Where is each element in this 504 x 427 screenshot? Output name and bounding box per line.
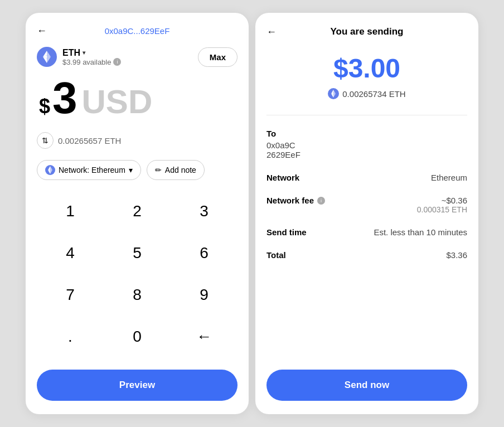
eth-amount-text: 0.00265657 ETH xyxy=(58,136,121,145)
network-fee-usd: ~$0.36 xyxy=(417,196,467,205)
to-address-line1: 0x0a9C xyxy=(266,140,467,150)
send-amount-screen: ← 0x0a9C...629EeF ETH xyxy=(26,13,249,414)
network-eth-icon xyxy=(45,165,55,175)
total-value: $3.36 xyxy=(446,250,467,260)
fee-info-icon[interactable]: i xyxy=(317,197,325,205)
network-detail-label: Network xyxy=(266,173,299,182)
network-fee-eth: 0.000315 ETH xyxy=(417,205,467,214)
key-6[interactable]: 6 xyxy=(171,235,238,271)
max-button[interactable]: Max xyxy=(198,47,238,67)
dollar-sign: $ xyxy=(39,95,50,118)
key-dot[interactable]: . xyxy=(37,319,104,355)
to-label: To xyxy=(266,129,467,138)
token-chevron-icon: ▾ xyxy=(83,50,85,56)
key-1[interactable]: 1 xyxy=(37,193,104,229)
key-9[interactable]: 9 xyxy=(171,277,238,313)
amount-main: $ 3 USD xyxy=(39,76,235,121)
key-8[interactable]: 8 xyxy=(104,277,171,313)
key-0[interactable]: 0 xyxy=(104,319,171,355)
swap-icon[interactable]: ⇅ xyxy=(37,132,54,149)
send-time-row: Send time Est. less than 10 minutes xyxy=(266,227,467,237)
network-label: Network: Ethereum xyxy=(59,166,125,174)
screen1-header: ← 0x0a9C...629EeF xyxy=(37,26,238,36)
total-row: Total $3.36 xyxy=(266,250,467,260)
available-info-icon[interactable]: i xyxy=(113,58,121,66)
amount-display: $ 3 USD xyxy=(37,76,238,121)
detail-rows: To 0x0a9C 2629EeF Network Ethereum Netwo… xyxy=(266,129,467,370)
amount-number: 3 xyxy=(52,76,77,120)
to-address-line2: 2629EeF xyxy=(266,150,467,159)
eth-amount-row: ⇅ 0.00265657 ETH xyxy=(37,132,238,149)
send-time-value: Est. less than 10 minutes xyxy=(374,227,467,237)
network-detail-value: Ethereum xyxy=(431,173,467,182)
network-fee-row: Network fee i ~$0.36 0.000315 ETH xyxy=(266,196,467,214)
send-amount-eth: 0.00265734 ETH xyxy=(266,88,467,99)
add-note-button[interactable]: ✏ Add note xyxy=(147,160,205,180)
key-4[interactable]: 4 xyxy=(37,235,104,271)
network-fee-values: ~$0.36 0.000315 ETH xyxy=(417,196,467,214)
token-label: ETH ▾ $3.99 available i xyxy=(62,48,121,66)
amount-currency: USD xyxy=(82,83,153,121)
preview-button[interactable]: Preview xyxy=(37,370,238,401)
eth-icon-confirm xyxy=(328,88,339,99)
address-label[interactable]: 0x0a9C...629EeF xyxy=(105,26,170,36)
divider xyxy=(266,115,467,115)
token-available: $3.99 available i xyxy=(62,58,121,66)
token-name[interactable]: ETH ▾ xyxy=(62,48,121,58)
send-amount-usd: $3.00 xyxy=(266,53,467,84)
action-row: Network: Ethereum ▾ ✏ Add note xyxy=(37,160,238,180)
key-backspace[interactable]: ← xyxy=(171,319,238,355)
confirm-send-screen: ← You are sending $3.00 0.00265734 ETH xyxy=(255,13,478,414)
total-label: Total xyxy=(266,250,286,260)
keypad: 1 2 3 4 5 6 7 8 9 . 0 ← xyxy=(37,193,238,361)
send-amount-section: $3.00 0.00265734 ETH xyxy=(266,53,467,99)
token-info: ETH ▾ $3.99 available i xyxy=(37,47,121,67)
pencil-icon: ✏ xyxy=(155,166,162,174)
back-button-screen2[interactable]: ← xyxy=(266,26,277,38)
screen2-header: ← You are sending xyxy=(266,26,467,37)
send-time-label: Send time xyxy=(266,227,307,237)
back-button-screen1[interactable]: ← xyxy=(37,25,47,37)
key-7[interactable]: 7 xyxy=(37,277,104,313)
key-3[interactable]: 3 xyxy=(171,193,238,229)
screen2-title: You are sending xyxy=(331,26,404,37)
to-row: To 0x0a9C 2629EeF xyxy=(266,129,467,159)
network-button[interactable]: Network: Ethereum ▾ xyxy=(37,160,141,180)
send-now-button[interactable]: Send now xyxy=(266,370,467,401)
network-chevron-icon: ▾ xyxy=(129,166,133,174)
network-row: Network Ethereum xyxy=(266,173,467,182)
key-2[interactable]: 2 xyxy=(104,193,171,229)
network-fee-label: Network fee xyxy=(266,196,314,205)
token-row: ETH ▾ $3.99 available i Max xyxy=(37,47,238,67)
add-note-label: Add note xyxy=(165,166,196,174)
eth-logo-icon xyxy=(37,47,57,67)
key-5[interactable]: 5 xyxy=(104,235,171,271)
